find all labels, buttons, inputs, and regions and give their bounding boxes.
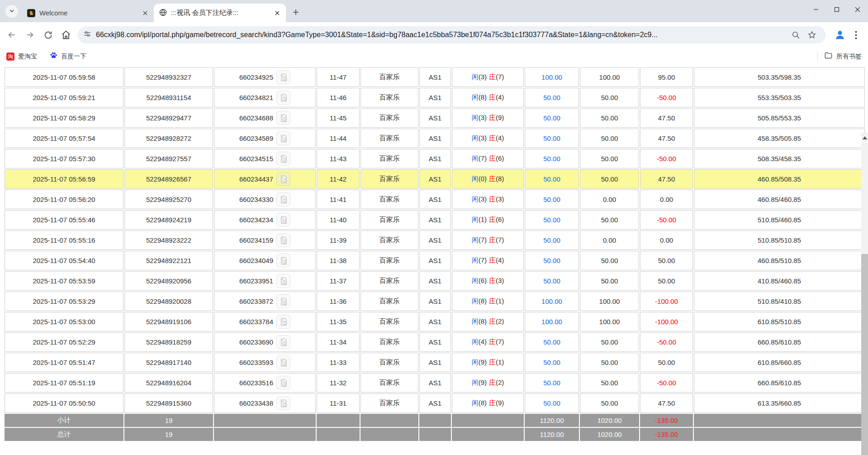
video-file-icon <box>279 358 288 367</box>
bet-record-row[interactable]: 2025-11-07 05:51:47 522948917140 6602335… <box>5 353 865 372</box>
tab-bet-records[interactable]: :::视讯 会员下注纪录::: <box>154 4 286 22</box>
subtotal-count: 19 <box>124 414 213 427</box>
winloss-cell: -100.00 <box>640 312 693 331</box>
bet-record-row[interactable]: 2025-11-07 05:54:40 522948922121 6602340… <box>5 251 865 270</box>
all-bookmarks[interactable]: 所有书签 <box>817 51 862 62</box>
minimize-button[interactable] <box>806 0 826 19</box>
reload-button[interactable] <box>39 26 57 44</box>
video-replay-button[interactable] <box>276 294 290 308</box>
bet-record-row[interactable]: 2025-11-07 05:59:58 522948932327 6602349… <box>5 67 865 87</box>
banker-points: (8) <box>496 175 504 182</box>
player-label: 闲 <box>472 216 479 223</box>
bet-record-row[interactable]: 2025-11-07 05:57:54 522948928272 6602345… <box>5 129 865 148</box>
round-id: 660234049 <box>239 257 273 264</box>
round-cell: 660234159 <box>214 230 316 250</box>
banker-points: (2) <box>496 378 504 386</box>
bet-record-row[interactable]: 2025-11-07 05:52:29 522948918259 6602336… <box>5 332 865 352</box>
game-type: 百家乐 <box>360 312 418 331</box>
table-round-no: 11-35 <box>317 312 360 331</box>
video-replay-button[interactable] <box>276 396 290 410</box>
bet-record-row[interactable]: 2025-11-07 05:53:59 522948920956 6602339… <box>5 271 865 291</box>
video-replay-button[interactable] <box>276 355 290 369</box>
url-text[interactable]: 66cxkj98.com/ipl/portal.php/game/betreco… <box>96 31 787 39</box>
valid-amount: 50.00 <box>580 108 639 128</box>
balance: 610.85/660.85 <box>694 353 865 372</box>
video-replay-button[interactable] <box>276 70 290 84</box>
round-cell: 660234589 <box>214 129 316 148</box>
close-tab-icon[interactable] <box>273 9 281 17</box>
forward-button[interactable] <box>21 26 39 44</box>
close-tab-icon[interactable] <box>141 9 149 17</box>
profile-avatar[interactable] <box>832 27 848 43</box>
vertical-scrollbar[interactable] <box>861 133 868 455</box>
bet-record-row[interactable]: 2025-11-07 05:53:29 522948920028 6602338… <box>5 292 865 311</box>
home-button[interactable] <box>57 26 75 44</box>
valid-amount: 100.00 <box>580 292 639 311</box>
bet-record-row[interactable]: 2025-11-07 05:58:29 522948929477 6602346… <box>5 108 865 128</box>
video-replay-button[interactable] <box>276 213 290 227</box>
winloss-cell: -50.00 <box>640 210 693 230</box>
video-replay-button[interactable] <box>276 376 290 390</box>
bet-record-row[interactable]: 2025-11-07 05:56:59 522948926567 6602344… <box>5 169 865 189</box>
video-replay-button[interactable] <box>276 172 290 186</box>
player-points: (3) <box>479 73 487 81</box>
bet-amount: 50.00 <box>525 230 579 250</box>
bet-id: 522948915360 <box>124 393 213 413</box>
bet-detail: 闲(4)庄(7) <box>452 332 524 352</box>
bet-record-row[interactable]: 2025-11-07 05:50:50 522948915360 6602334… <box>5 393 865 413</box>
new-tab-button[interactable] <box>289 6 302 19</box>
browser-menu-icon[interactable] <box>848 27 863 43</box>
tab-search-button[interactable] <box>5 5 18 18</box>
player-points: (7) <box>479 154 487 162</box>
video-replay-button[interactable] <box>276 131 290 145</box>
winloss-cell: 50.00 <box>640 251 693 270</box>
bet-amount: 50.00 <box>525 251 579 270</box>
round-id: 660233784 <box>239 318 273 326</box>
subtotal-row: 小计 19 1120.00 1020.00 -135.00 <box>5 414 865 427</box>
video-replay-button[interactable] <box>276 233 290 247</box>
video-replay-button[interactable] <box>276 254 290 268</box>
site-info-icon[interactable] <box>83 30 91 40</box>
bet-detail: 闲(3)庄(4) <box>452 129 524 148</box>
bet-record-row[interactable]: 2025-11-07 05:51:19 522948916204 6602335… <box>5 373 865 393</box>
video-replay-button[interactable] <box>276 91 290 105</box>
banker-label: 庄 <box>489 236 496 244</box>
bet-id: 522948926567 <box>124 169 213 189</box>
video-replay-button[interactable] <box>276 274 290 288</box>
bet-record-row[interactable]: 2025-11-07 05:56:20 522948925270 6602343… <box>5 190 865 209</box>
bookmark-star-icon[interactable] <box>804 27 820 43</box>
maximize-button[interactable] <box>826 0 847 19</box>
address-bar[interactable]: 66cxkj98.com/ipl/portal.php/game/betreco… <box>78 26 825 43</box>
bet-time: 2025-11-07 05:54:40 <box>5 251 123 270</box>
table-round-no: 11-45 <box>317 108 360 128</box>
bookmark-taobao[interactable]: 淘 爱淘宝 <box>6 53 37 61</box>
round-id: 660233516 <box>239 379 273 387</box>
bet-amount: 50.00 <box>525 108 579 128</box>
close-window-button[interactable] <box>847 0 868 19</box>
bet-amount: 50.00 <box>525 169 579 189</box>
bet-detail: 闲(7)庄(7) <box>452 230 524 250</box>
table-round-no: 11-39 <box>317 230 360 250</box>
player-points: (6) <box>479 277 487 284</box>
bookmark-baidu[interactable]: 百度一下 <box>50 52 86 61</box>
video-replay-button[interactable] <box>276 111 290 125</box>
total-bet: 1120.00 <box>525 428 579 441</box>
video-replay-button[interactable] <box>276 192 290 206</box>
video-replay-button[interactable] <box>276 152 290 166</box>
video-replay-button[interactable] <box>276 315 290 329</box>
round-cell: 660233438 <box>214 393 316 413</box>
zoom-icon[interactable] <box>787 27 804 43</box>
bet-record-row[interactable]: 2025-11-07 05:55:46 522948924219 6602342… <box>5 210 865 230</box>
player-label: 闲 <box>472 93 479 101</box>
back-button[interactable] <box>3 26 21 44</box>
bet-record-row[interactable]: 2025-11-07 05:55:16 522948923222 6602341… <box>5 230 865 250</box>
table-round-no: 11-41 <box>317 190 360 209</box>
video-replay-button[interactable] <box>276 335 290 349</box>
winloss-cell: -50.00 <box>640 332 693 352</box>
scrollbar-up-arrow-icon[interactable] <box>863 136 867 139</box>
bet-record-row[interactable]: 2025-11-07 05:53:00 522948919106 6602337… <box>5 312 865 331</box>
bet-record-row[interactable]: 2025-11-07 05:57:30 522948927557 6602345… <box>5 149 865 168</box>
bet-record-row[interactable]: 2025-11-07 05:59:21 522948931154 6602348… <box>5 88 865 107</box>
tab-welcome[interactable]: ♞ Welcome <box>22 4 154 22</box>
scrollbar-thumb[interactable] <box>861 254 868 455</box>
